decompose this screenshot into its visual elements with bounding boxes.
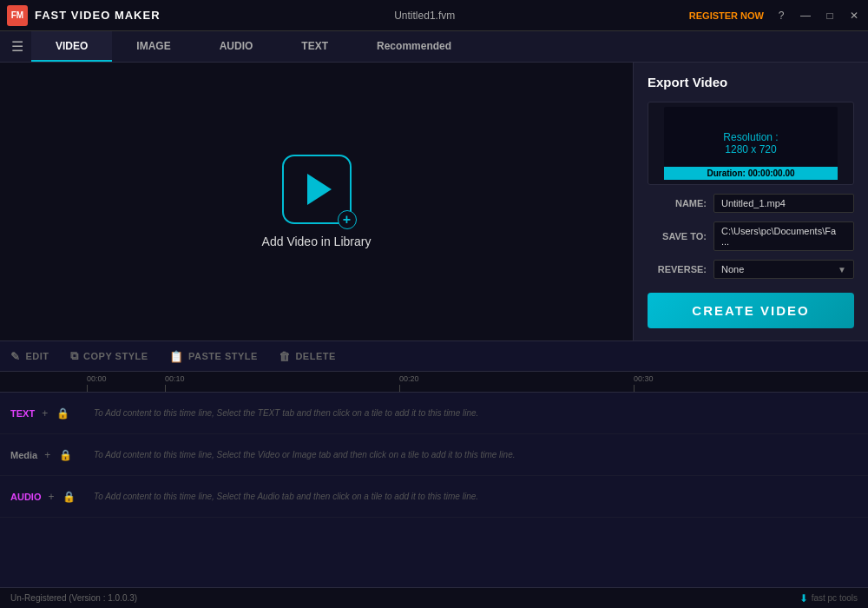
status-brand: ⬇ fast pc tools — [799, 592, 858, 605]
media-track-name: Media — [10, 450, 37, 460]
resolution-text: Resolution : 1280 x 720 — [723, 131, 778, 155]
duration-bar: Duration: 00:00:00.00 — [664, 167, 838, 180]
close-button[interactable]: ✕ — [847, 9, 861, 23]
export-preview: Resolution : 1280 x 720 Duration: 00:00:… — [648, 102, 854, 185]
media-track-content: To Add content to this time line, Select… — [87, 434, 868, 475]
export-panel: Export Video Resolution : 1280 x 720 Dur… — [634, 63, 868, 340]
paste-style-label: PASTE STYLE — [188, 351, 258, 361]
tab-text[interactable]: TEXT — [277, 31, 352, 62]
name-value[interactable]: Untitled_1.mp4 — [713, 194, 854, 213]
timeline-row-audio: AUDIO + 🔒 To Add content to this time li… — [0, 476, 868, 518]
copy-style-button[interactable]: ⧉ COPY STYLE — [70, 349, 148, 363]
media-track-hint: To Add content to this time line, Select… — [94, 450, 515, 459]
save-to-label: SAVE TO: — [648, 231, 707, 241]
delete-button[interactable]: 🗑 DELETE — [279, 350, 336, 363]
export-preview-inner: Resolution : 1280 x 720 Duration: 00:00:… — [664, 107, 838, 181]
status-bar: Un-Registered (Version : 1.0.0.3) ⬇ fast… — [0, 587, 868, 608]
paste-style-button[interactable]: 📋 PASTE STYLE — [169, 350, 258, 363]
edit-label: EDIT — [26, 351, 49, 361]
ruler-mark-0: 00:00 — [87, 374, 165, 392]
tab-image[interactable]: IMAGE — [112, 31, 194, 62]
app-title: FAST VIDEO MAKER — [35, 9, 161, 22]
title-bar: FM FAST VIDEO MAKER Untitled1.fvm REGIST… — [0, 0, 868, 31]
title-bar-right: REGISTER NOW ? — □ ✕ — [689, 9, 861, 23]
ruler-label-3: 00:30 — [634, 374, 654, 385]
audio-track-hint: To Add content to this time line, Select… — [94, 492, 478, 501]
menu-button[interactable]: ☰ — [3, 31, 31, 62]
ruler-mark-3: 00:30 — [634, 374, 868, 392]
trash-icon: 🗑 — [279, 350, 291, 363]
tab-bar: ☰ VIDEO IMAGE AUDIO TEXT Recommended — [0, 31, 868, 63]
add-video-icon[interactable]: + — [282, 155, 352, 224]
text-track-content: To Add content to this time line, Select… — [87, 393, 868, 433]
app-logo: FM — [7, 5, 28, 26]
text-track-name: TEXT — [10, 408, 35, 419]
timeline-section: 00:00 00:10 00:20 00:30 T — [0, 372, 868, 587]
body-container: + Add Video in Library Export Video Reso… — [0, 63, 868, 608]
minimize-button[interactable]: — — [799, 9, 812, 23]
create-video-button[interactable]: CREATE VIDEO — [648, 293, 854, 328]
upper-section: + Add Video in Library Export Video Reso… — [0, 63, 868, 340]
export-title: Export Video — [648, 75, 854, 89]
maximize-button[interactable]: □ — [823, 9, 837, 23]
copy-style-label: COPY STYLE — [83, 351, 148, 361]
audio-track-content: To Add content to this time line, Select… — [87, 476, 868, 517]
ruler-tick-3 — [634, 385, 635, 392]
text-lock-button[interactable]: 🔒 — [55, 406, 71, 421]
reverse-label: REVERSE: — [648, 264, 707, 274]
media-track-label: Media + 🔒 — [0, 447, 87, 463]
edit-icon: ✎ — [10, 350, 21, 363]
ruler-label-2: 00:20 — [399, 374, 419, 385]
audio-track-name: AUDIO — [10, 492, 41, 502]
export-saveto-field: SAVE TO: C:\Users\pc\Documents\Fa ... — [648, 221, 854, 251]
brand-label: fast pc tools — [812, 593, 858, 603]
timeline-row-media: Media + 🔒 To Add content to this time li… — [0, 434, 868, 476]
edit-button[interactable]: ✎ EDIT — [10, 350, 49, 363]
reverse-value: None — [721, 264, 744, 274]
tab-audio[interactable]: AUDIO — [195, 31, 278, 62]
paste-style-icon: 📋 — [169, 350, 184, 363]
audio-add-button[interactable]: + — [46, 489, 56, 505]
timeline-row-text: TEXT + 🔒 To Add content to this time lin… — [0, 393, 868, 434]
copy-style-icon: ⧉ — [70, 349, 79, 363]
play-triangle-icon — [307, 174, 332, 205]
media-add-button[interactable]: + — [43, 447, 52, 463]
canvas-area[interactable]: + Add Video in Library — [0, 63, 634, 340]
ruler-tick-2 — [399, 385, 400, 392]
ruler-tick-1 — [165, 385, 166, 392]
title-bar-left: FM FAST VIDEO MAKER — [7, 5, 161, 26]
ruler-label-0: 00:00 — [87, 374, 107, 385]
plus-badge-icon: + — [338, 210, 357, 229]
chevron-down-icon: ▼ — [838, 265, 846, 274]
help-button[interactable]: ? — [774, 9, 788, 23]
add-video-label: Add Video in Library — [262, 235, 372, 248]
export-name-field: NAME: Untitled_1.mp4 — [648, 194, 854, 213]
reverse-select[interactable]: None ▼ — [713, 260, 854, 279]
timeline-ruler: 00:00 00:10 00:20 00:30 — [0, 372, 868, 393]
delete-label: DELETE — [295, 351, 335, 361]
status-text: Un-Registered (Version : 1.0.0.3) — [10, 593, 137, 603]
ruler-label-1: 00:10 — [165, 374, 185, 385]
text-add-button[interactable]: + — [40, 406, 49, 421]
media-lock-button[interactable]: 🔒 — [57, 447, 74, 463]
filename-label: Untitled1.fvm — [394, 10, 455, 22]
register-now-link[interactable]: REGISTER NOW — [689, 10, 764, 21]
export-reverse-field: REVERSE: None ▼ — [648, 260, 854, 279]
ruler-mark-1: 00:10 — [165, 374, 399, 392]
tab-video[interactable]: VIDEO — [31, 31, 112, 62]
brand-icon: ⬇ — [799, 592, 808, 605]
toolbar: ✎ EDIT ⧉ COPY STYLE 📋 PASTE STYLE 🗑 DELE… — [0, 340, 868, 372]
tab-recommended[interactable]: Recommended — [352, 31, 476, 62]
save-to-value[interactable]: C:\Users\pc\Documents\Fa ... — [713, 221, 854, 251]
text-track-label: TEXT + 🔒 — [0, 406, 87, 421]
audio-lock-button[interactable]: 🔒 — [61, 489, 77, 505]
ruler-tick-0 — [87, 385, 88, 392]
audio-track-label: AUDIO + 🔒 — [0, 489, 87, 505]
text-track-hint: To Add content to this time line, Select… — [94, 408, 478, 418]
ruler-mark-2: 00:20 — [399, 374, 634, 392]
ruler-marks: 00:00 00:10 00:20 00:30 — [87, 372, 868, 392]
name-label: NAME: — [648, 198, 707, 208]
